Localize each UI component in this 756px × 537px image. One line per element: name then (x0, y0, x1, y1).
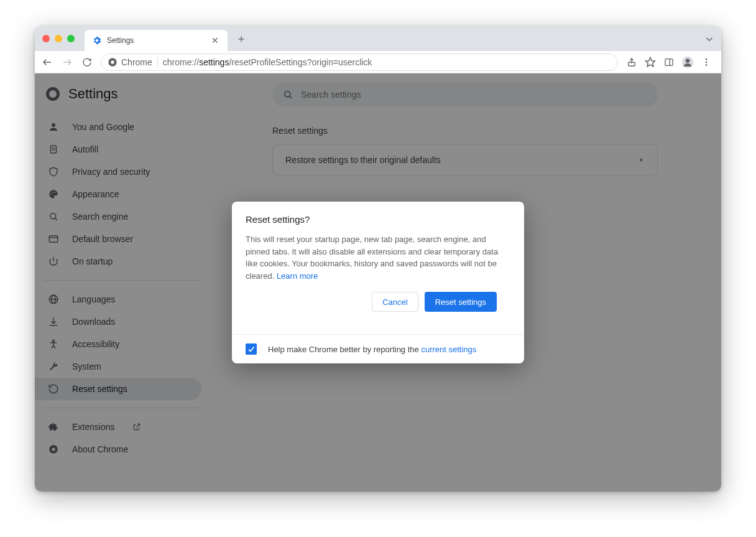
svg-rect-6 (665, 58, 673, 65)
reload-button[interactable] (78, 54, 96, 71)
current-settings-link[interactable]: current settings (421, 345, 476, 354)
tab-title: Settings (107, 36, 205, 45)
chrome-logo-icon (108, 57, 118, 67)
reset-settings-button[interactable]: Reset settings (425, 292, 497, 312)
learn-more-link[interactable]: Learn more (277, 271, 318, 281)
bookmark-star-icon[interactable] (642, 54, 659, 71)
cancel-button[interactable]: Cancel (372, 292, 418, 312)
new-tab-button[interactable]: ＋ (233, 30, 250, 47)
window-controls (42, 35, 75, 42)
gear-icon (92, 35, 102, 45)
fullscreen-window-button[interactable] (67, 35, 75, 42)
reset-settings-dialog: Reset settings? This will reset your sta… (232, 202, 524, 363)
profile-avatar-icon[interactable] (679, 54, 696, 71)
tab-strip: Settings ✕ ＋ (35, 26, 721, 51)
address-bar[interactable]: Chrome chrome://settings/resetProfileSet… (101, 54, 618, 71)
content-area: Settings You and Google Autofill Privacy… (35, 73, 721, 492)
svg-point-9 (686, 58, 690, 63)
tab-list-dropdown-icon[interactable] (704, 34, 715, 45)
browser-window: Settings ✕ ＋ Chrome chrome://setting (35, 26, 721, 492)
dialog-body-text: This will reset your startup page, new t… (246, 233, 510, 282)
dialog-footer-text: Help make Chrome better by reporting the… (268, 345, 476, 354)
url-text: chrome://settings/resetProfileSettings?o… (163, 57, 611, 67)
dialog-title: Reset settings? (246, 214, 510, 225)
svg-point-3 (111, 60, 114, 63)
forward-button[interactable] (58, 54, 76, 71)
svg-point-11 (706, 61, 708, 63)
share-icon[interactable] (623, 54, 640, 71)
svg-point-10 (706, 58, 708, 60)
browser-tab[interactable]: Settings ✕ (85, 30, 228, 51)
kebab-menu-icon[interactable] (698, 54, 715, 71)
report-settings-checkbox[interactable] (246, 343, 257, 355)
side-panel-icon[interactable] (660, 54, 678, 71)
svg-marker-5 (646, 57, 655, 66)
site-identity-chip[interactable]: Chrome (108, 57, 158, 67)
site-label: Chrome (121, 57, 152, 67)
close-window-button[interactable] (42, 35, 50, 42)
back-button[interactable] (39, 54, 56, 71)
dialog-footer: Help make Chrome better by reporting the… (232, 334, 524, 363)
svg-point-12 (706, 64, 708, 66)
close-tab-icon[interactable]: ✕ (210, 35, 220, 45)
browser-toolbar: Chrome chrome://settings/resetProfileSet… (35, 51, 721, 73)
minimize-window-button[interactable] (55, 35, 62, 42)
